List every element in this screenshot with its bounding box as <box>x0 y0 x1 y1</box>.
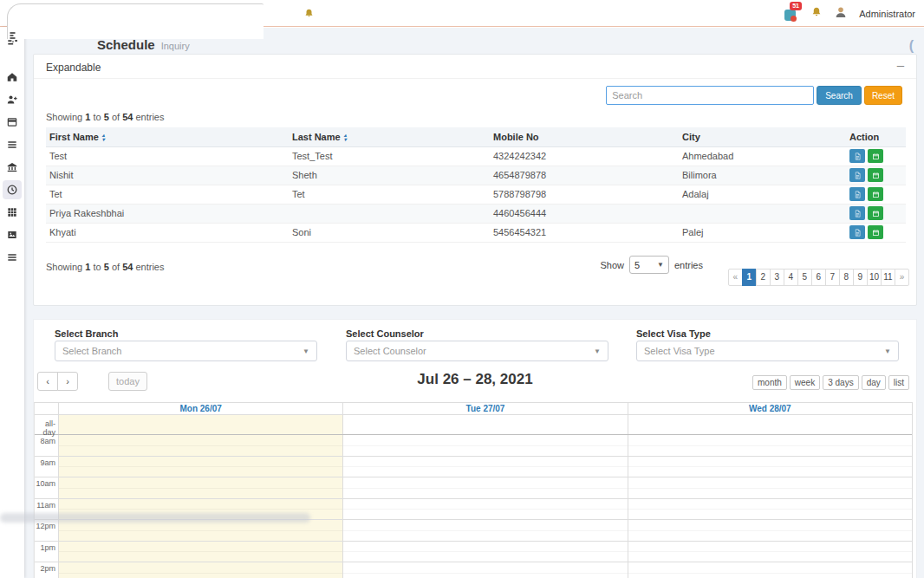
search-button[interactable]: Search <box>817 86 862 105</box>
view-month-button[interactable]: month <box>752 375 787 390</box>
select-branch-label: Select Branch <box>55 328 118 339</box>
page-7[interactable]: 7 <box>825 269 840 286</box>
page-6[interactable]: 6 <box>811 269 826 286</box>
table-row: Priya Rakeshbhai4460456444 <box>46 204 906 223</box>
collapsed-menu-icon[interactable] <box>9 31 18 47</box>
calendar-day-headers: Mon 26/07 Tue 27/07 Wed 28/07 <box>35 403 912 415</box>
bank-icon[interactable] <box>3 158 22 177</box>
notifications-icon[interactable]: 51 <box>784 6 799 21</box>
page-10[interactable]: 10 <box>867 269 882 286</box>
today-button[interactable]: today <box>108 372 147 391</box>
view-record-button[interactable] <box>849 187 865 201</box>
time-slot[interactable] <box>628 435 912 456</box>
view-list-button[interactable]: list <box>888 375 909 390</box>
time-slot[interactable] <box>58 435 342 456</box>
table-row: TetTet5788798798Adalaj <box>46 185 906 204</box>
time-slot[interactable] <box>628 542 912 562</box>
page-11[interactable]: 11 <box>881 269 895 286</box>
page-4[interactable]: 4 <box>784 269 798 286</box>
sort-icon: ▴▾ <box>102 133 105 142</box>
page-9[interactable]: 9 <box>853 269 868 286</box>
counselor-select[interactable]: Select Counselor▼ <box>346 341 608 361</box>
page-next[interactable]: » <box>895 269 909 286</box>
home-icon[interactable] <box>3 68 22 87</box>
calendar-next-button[interactable]: › <box>57 372 78 391</box>
calendar-grid: Mon 26/07 Tue 27/07 Wed 28/07 all-day 8a… <box>34 402 913 578</box>
time-slot[interactable] <box>342 499 627 520</box>
page-header: Schedule Inquiry <box>97 37 190 52</box>
visa-type-select[interactable]: Select Visa Type▼ <box>636 341 899 361</box>
minimize-icon[interactable]: – <box>897 57 904 72</box>
schedule-button[interactable] <box>868 206 883 220</box>
time-slot[interactable] <box>342 457 627 477</box>
schedule-button[interactable] <box>868 187 883 201</box>
schedule-button[interactable] <box>868 168 883 182</box>
schedule-button[interactable] <box>868 225 883 239</box>
menu-lines-icon[interactable] <box>3 248 22 267</box>
user-plus-icon[interactable] <box>3 90 22 109</box>
admin-user-label[interactable]: Administrator <box>859 9 915 19</box>
time-slot[interactable] <box>342 542 627 562</box>
time-slot[interactable] <box>628 520 912 541</box>
time-slot[interactable] <box>342 562 627 578</box>
time-slot[interactable] <box>628 457 912 477</box>
time-slot[interactable] <box>342 520 627 541</box>
time-slot[interactable] <box>342 435 627 456</box>
image-icon[interactable] <box>3 225 22 244</box>
hour-row: 9am <box>35 457 912 478</box>
col-city: City <box>679 127 846 146</box>
page-8[interactable]: 8 <box>839 269 854 286</box>
view-record-button[interactable] <box>849 225 865 239</box>
panel-collapse-chevron-icon[interactable]: ( <box>909 38 914 54</box>
page-3[interactable]: 3 <box>770 269 784 286</box>
page-size-select[interactable]: 5▼ <box>629 256 669 274</box>
col-last-name[interactable]: Last Name▴▾ <box>289 127 490 146</box>
all-day-slot-mon[interactable] <box>58 415 342 434</box>
view-day-button[interactable]: day <box>862 375 886 390</box>
alert-dot <box>791 16 797 22</box>
hour-row: 10am <box>35 477 912 499</box>
view-week-button[interactable]: week <box>790 375 820 390</box>
bell-icon[interactable] <box>303 7 315 23</box>
list-icon[interactable] <box>3 135 22 154</box>
blur-artifact <box>0 513 310 523</box>
time-label: 1pm <box>40 543 55 552</box>
time-slot[interactable] <box>628 562 912 578</box>
time-slot[interactable] <box>342 477 627 498</box>
main-content: Schedule Inquiry ( Expandable – Search R… <box>24 28 924 578</box>
page-2[interactable]: 2 <box>756 269 771 286</box>
schedule-section: Select Branch Select Counselor Select Vi… <box>33 319 917 578</box>
page-1[interactable]: 1 <box>742 269 757 286</box>
hour-row: 12pm <box>35 520 912 542</box>
time-slot[interactable] <box>58 542 342 562</box>
time-slot[interactable] <box>58 457 342 477</box>
bell-icon[interactable] <box>810 6 823 22</box>
col-first-name[interactable]: First Name▴▾ <box>46 127 289 146</box>
search-input[interactable] <box>606 86 814 105</box>
reset-button[interactable]: Reset <box>864 86 902 105</box>
page-prev[interactable]: « <box>728 269 743 286</box>
time-slot[interactable] <box>628 477 912 498</box>
view-3days-button[interactable]: 3 days <box>823 375 858 390</box>
time-slot[interactable] <box>58 477 342 498</box>
view-record-button[interactable] <box>849 149 865 163</box>
view-record-button[interactable] <box>849 168 865 182</box>
chevron-down-icon: ▼ <box>884 347 891 355</box>
clock-icon[interactable] <box>3 180 22 199</box>
col-mobile-no: Mobile No <box>490 127 679 146</box>
view-record-button[interactable] <box>849 206 865 220</box>
time-slot[interactable] <box>628 499 912 520</box>
calendar-prev-button[interactable]: ‹ <box>37 372 58 391</box>
table-row: KhyatiSoni5456454321Palej <box>46 223 906 242</box>
all-day-slot-tue[interactable] <box>342 415 627 434</box>
time-slot[interactable] <box>58 562 342 578</box>
time-slot[interactable] <box>58 520 342 541</box>
grid-icon[interactable] <box>3 203 22 222</box>
all-day-slot-wed[interactable] <box>628 415 912 434</box>
select-visa-type-label: Select Visa Type <box>636 328 711 339</box>
avatar[interactable] <box>834 5 848 23</box>
page-5[interactable]: 5 <box>797 269 812 286</box>
schedule-button[interactable] <box>868 149 883 163</box>
window-icon[interactable] <box>3 113 22 132</box>
branch-select[interactable]: Select Branch▼ <box>55 341 317 361</box>
